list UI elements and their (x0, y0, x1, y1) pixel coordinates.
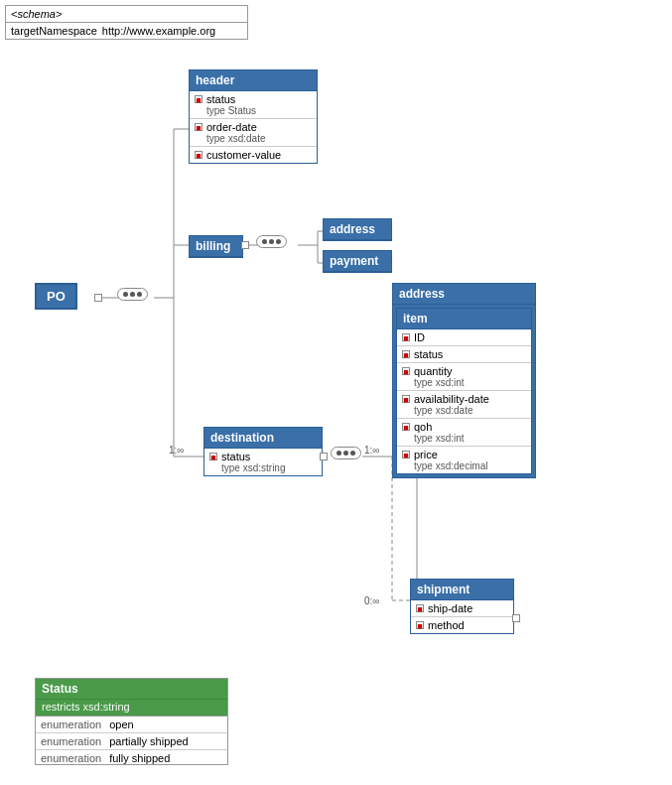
status-row-partial: enumeration partially shipped (36, 733, 227, 750)
header-node: header ■ status type Status ■ order-date… (189, 69, 318, 164)
dest-status-type: type xsd:string (209, 462, 317, 473)
shipment-ship-date-name: ship-date (428, 602, 472, 614)
item-qoh-type: type xsd:int (402, 433, 526, 444)
shipment-title: shipment (411, 580, 513, 600)
schema-title: <schema> (6, 6, 247, 23)
item-field-status: ■ status (397, 346, 531, 363)
header-customer-value-name: customer-value (206, 149, 281, 161)
destination-title: destination (204, 428, 322, 449)
status-row-open: enumeration open (36, 717, 227, 733)
dot2 (343, 451, 348, 456)
status-title: Status (36, 679, 227, 700)
shipment-field-ship-date: ■ ship-date (411, 600, 513, 617)
address-mid-node: address item ■ ID ■ status ■ quantity (392, 283, 536, 478)
item-id-name: ID (414, 331, 425, 343)
billing-title: billing (190, 236, 242, 257)
address-top-title: address (324, 219, 391, 240)
header-status-name: status (206, 93, 235, 105)
item-field-avail-date: ■ availability-date type xsd:date (397, 391, 531, 419)
dest-status-name: status (221, 451, 250, 462)
dest-status-marker: ■ (209, 453, 217, 460)
item-status-marker: ■ (402, 350, 410, 358)
po-sequence (117, 288, 148, 301)
billing-connector (241, 241, 249, 249)
destination-field-status: ■ status type xsd:string (204, 449, 322, 475)
po-connector (94, 294, 102, 302)
dot2 (130, 292, 135, 297)
shipment-connector (512, 614, 520, 622)
qoh-marker: ■ (402, 423, 410, 431)
item-status-name: status (414, 348, 443, 360)
status-marker: ■ (195, 95, 202, 103)
enum-key-3: enumeration (41, 752, 101, 764)
payment-title: payment (324, 251, 391, 272)
item-field-id: ■ ID (397, 329, 531, 346)
dot3 (276, 239, 281, 244)
shipment-field-method: ■ method (411, 617, 513, 633)
header-field-status: ■ status type Status (190, 91, 317, 119)
destination-sequence (331, 447, 361, 459)
dot2 (269, 239, 274, 244)
schema-box: <schema> targetNamespace http://www.exam… (5, 5, 248, 40)
header-order-date-type: type xsd:date (195, 133, 312, 144)
mult-dest-addr: 1:∞ (364, 445, 379, 456)
header-field-customer-value: ■ customer-value (190, 147, 317, 163)
item-avail-date-name: availability-date (414, 393, 489, 405)
shipment-node: shipment ■ ship-date ■ method (410, 579, 514, 634)
item-field-quantity: ■ quantity type xsd:int (397, 363, 531, 391)
dot1 (262, 239, 267, 244)
dot3 (350, 451, 355, 456)
item-title: item (397, 309, 531, 329)
item-qoh-name: qoh (414, 421, 432, 433)
connection-lines (0, 0, 672, 785)
address-top-node: address (323, 218, 392, 241)
status-row-full: enumeration fully shipped (36, 750, 227, 766)
mult-shipment: 0:∞ (364, 595, 379, 606)
header-status-type: type Status (195, 105, 312, 116)
payment-node: payment (323, 250, 392, 273)
schema-namespace-key: targetNamespace (11, 25, 97, 37)
po-node: PO (35, 283, 77, 310)
ship-date-marker: ■ (416, 604, 424, 612)
schema-namespace-val: http://www.example.org (102, 25, 215, 37)
item-price-name: price (414, 449, 438, 460)
item-avail-date-type: type xsd:date (402, 405, 526, 416)
avail-date-marker: ■ (402, 395, 410, 403)
item-field-price: ■ price type xsd:decimal (397, 447, 531, 473)
item-quantity-type: type xsd:int (402, 377, 526, 388)
destination-node: destination ■ status type xsd:string (203, 427, 323, 476)
address-mid-title: address (393, 284, 535, 305)
enum-val-3: fully shipped (109, 752, 170, 764)
item-field-qoh: ■ qoh type xsd:int (397, 419, 531, 447)
item-price-type: type xsd:decimal (402, 460, 526, 471)
price-marker: ■ (402, 451, 410, 458)
item-quantity-name: quantity (414, 365, 453, 377)
enum-val-1: open (109, 719, 133, 730)
billing-node: billing (189, 235, 243, 258)
diagram-container: <schema> targetNamespace http://www.exam… (0, 0, 672, 785)
shipment-method-name: method (428, 619, 465, 631)
enum-key-1: enumeration (41, 719, 101, 730)
customer-value-marker: ■ (195, 151, 202, 159)
order-date-marker: ■ (195, 123, 202, 131)
id-marker: ■ (402, 333, 410, 341)
dot3 (137, 292, 142, 297)
quantity-marker: ■ (402, 367, 410, 375)
header-field-order-date: ■ order-date type xsd:date (190, 119, 317, 147)
method-marker: ■ (416, 621, 424, 629)
enum-key-2: enumeration (41, 735, 101, 747)
schema-namespace-row: targetNamespace http://www.example.org (6, 23, 247, 39)
header-title: header (190, 70, 317, 91)
destination-connector (320, 453, 328, 460)
status-subtitle: restricts xsd:string (36, 700, 227, 717)
dot1 (123, 292, 128, 297)
dot1 (336, 451, 341, 456)
status-box: Status restricts xsd:string enumeration … (35, 678, 228, 765)
mult-po: 1:∞ (169, 445, 184, 456)
enum-val-2: partially shipped (109, 735, 189, 747)
header-order-date-name: order-date (206, 121, 257, 133)
billing-sequence (256, 235, 287, 248)
